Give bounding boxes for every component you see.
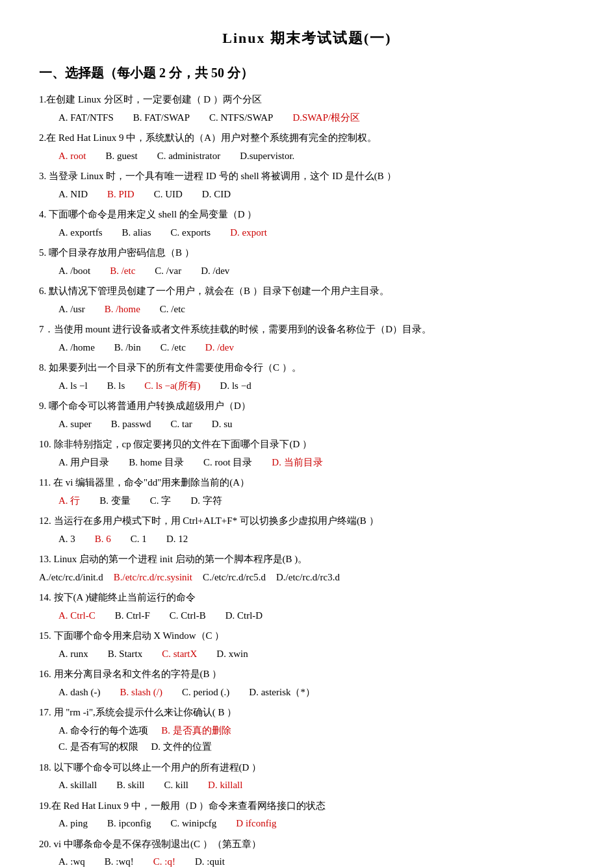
question-text: 2.在 Red Hat Linux 9 中，系统默认的（A）用户对整个系统拥有完…	[39, 130, 575, 147]
question-block: 7．当使用 mount 进行设备或者文件系统挂载的时候，需要用到的设备名称位于（…	[39, 321, 575, 356]
question-text: 9. 哪个命令可以将普通用户转换成超级用户（D）	[39, 398, 575, 415]
question-text: 8. 如果要列出一个目录下的所有文件需要使用命令行（C ）。	[39, 360, 575, 377]
options-row: A. 命令行的每个选项B. 是否真的删除C. 是否有写的权限D. 文件的位置	[58, 723, 575, 756]
option: C. :q!	[153, 854, 175, 868]
option: C. UID	[154, 186, 183, 203]
options-row: A. FAT/NTFSB. FAT/SWAPC. NTFS/SWAPD.SWAP…	[58, 110, 575, 127]
option: B. /etc	[110, 263, 135, 280]
question-text: 18. 以下哪个命令可以终止一个用户的所有进程(D ）	[39, 760, 575, 776]
option: A. skillall	[58, 777, 97, 794]
option: D. /dev	[205, 340, 234, 356]
question-block: 3. 当登录 Linux 时，一个具有唯一进程 ID 号的 shell 将被调用…	[39, 168, 575, 203]
option: D. CID	[202, 186, 231, 203]
question-text: 3. 当登录 Linux 时，一个具有唯一进程 ID 号的 shell 将被调用…	[39, 168, 575, 185]
option: D./etc/rc.d/rc3.d	[276, 569, 340, 586]
question-block: 17. 用 "rm -i",系统会提示什么来让你确认( B ）A. 命令行的每个…	[39, 704, 575, 756]
option: B. guest	[106, 148, 138, 165]
options-row: A. exportfsB. aliasC. exportsD. export	[58, 225, 575, 242]
question-block: 4. 下面哪个命令是用来定义 shell 的全局变量（D ）A. exportf…	[39, 206, 575, 241]
option: D. 当前目录	[272, 454, 322, 471]
option: D. ls −d	[220, 378, 251, 395]
option: A. root	[58, 148, 86, 165]
question-text: 13. Linux 启动的第一个进程 init 启动的第一个脚本程序是(B )。	[39, 551, 575, 568]
option: A./etc/rc.d/init.d	[39, 569, 103, 586]
question-text: 1.在创建 Linux 分区时，一定要创建（ D ）两个分区	[39, 92, 575, 108]
option: B. Startx	[108, 646, 142, 663]
question-text: 20. vi 中哪条命令是不保存强制退出(C ）（第五章）	[39, 836, 575, 853]
options-row: A. pingB. ipconfigC. winipcfgD ifconfig	[58, 815, 575, 832]
option: C. 1	[131, 531, 147, 548]
option: A. 行	[58, 493, 80, 510]
options-row: A. runxB. StartxC. startXD. xwin	[58, 646, 575, 663]
option: C. kill	[164, 777, 189, 794]
option: B. passwd	[111, 416, 151, 433]
question-block: 1.在创建 Linux 分区时，一定要创建（ D ）两个分区A. FAT/NTF…	[39, 92, 575, 126]
option: A. 命令行的每个选项	[58, 723, 148, 739]
option: B. 是否真的删除	[161, 723, 231, 739]
option: A. exportfs	[58, 225, 103, 242]
question-block: 13. Linux 启动的第一个进程 init 启动的第一个脚本程序是(B )。…	[39, 551, 575, 586]
question-block: 19.在 Red Hat Linux 9 中，一般用（D ）命令来查看网络接口的…	[39, 798, 575, 832]
option: B. /bin	[114, 340, 141, 356]
option: B. PID	[107, 186, 134, 203]
option: A. /home	[58, 340, 95, 356]
options-row: A. rootB. guestC. administratorD.supervi…	[58, 148, 575, 165]
question-text: 16. 用来分离目录名和文件名的字符是(B ）	[39, 666, 575, 683]
option: A. NID	[58, 186, 88, 203]
option: B. FAT/SWAP	[133, 110, 190, 127]
question-block: 12. 当运行在多用户模式下时，用 Ctrl+ALT+F* 可以切换多少虚拟用户…	[39, 513, 575, 547]
option: D. :quit	[195, 854, 225, 868]
option: A. ls −l	[58, 378, 88, 395]
option: B. alias	[122, 225, 151, 242]
option: C. 是否有写的权限	[58, 739, 138, 756]
option: A. runx	[58, 646, 88, 663]
option: A. ping	[58, 815, 88, 832]
option: A. 用户目录	[58, 454, 109, 471]
question-block: 9. 哪个命令可以将普通用户转换成超级用户（D）A. superB. passw…	[39, 398, 575, 432]
option: A. dash (-)	[58, 684, 101, 701]
option: D. export	[230, 225, 267, 242]
option: A. Ctrl-C	[58, 608, 96, 625]
section-title: 一、选择题（每小题 2 分，共 50 分）	[39, 62, 575, 84]
option: D. su	[212, 416, 233, 433]
options-row: A. skillallB. skillC. killD. killall	[58, 777, 575, 794]
option: B. home 目录	[129, 454, 184, 471]
option: B. /home	[105, 301, 140, 318]
option: C. /etc	[160, 301, 185, 318]
option: C. startX	[162, 646, 197, 663]
options-row: A. 3B. 6C. 1D. 12	[58, 531, 575, 548]
option: C. 字	[150, 493, 172, 510]
question-text: 10. 除非特别指定，cp 假定要拷贝的文件在下面哪个目录下(D ）	[39, 436, 575, 453]
question-text: 19.在 Red Hat Linux 9 中，一般用（D ）命令来查看网络接口的…	[39, 798, 575, 815]
option: C./etc/rc.d/rc5.d	[203, 569, 266, 586]
options-row: A. superB. passwdC. tarD. su	[58, 416, 575, 433]
question-text: 12. 当运行在多用户模式下时，用 Ctrl+ALT+F* 可以切换多少虚拟用户…	[39, 513, 575, 530]
option: C. root 目录	[203, 454, 252, 471]
question-block: 8. 如果要列出一个目录下的所有文件需要使用命令行（C ）。A. ls −lB.…	[39, 360, 575, 394]
option: D ifconfig	[236, 815, 276, 832]
question-block: 18. 以下哪个命令可以终止一个用户的所有进程(D ）A. skillallB.…	[39, 760, 575, 794]
question-block: 20. vi 中哪条命令是不保存强制退出(C ）（第五章）A. :wqB. :w…	[39, 836, 575, 868]
question-text: 6. 默认情况下管理员创建了一个用户，就会在（B ）目录下创建一个用户主目录。	[39, 283, 575, 300]
option: C. /var	[155, 263, 181, 280]
option: D. 文件的位置	[151, 739, 212, 756]
question-block: 11. 在 vi 编辑器里，命令"dd"用来删除当前的(A）A. 行B. 变量C…	[39, 475, 575, 509]
question-block: 2.在 Red Hat Linux 9 中，系统默认的（A）用户对整个系统拥有完…	[39, 130, 575, 164]
question-text: 7．当使用 mount 进行设备或者文件系统挂载的时候，需要用到的设备名称位于（…	[39, 321, 575, 338]
option: C. tar	[171, 416, 192, 433]
options-row: A. 用户目录B. home 目录C. root 目录D. 当前目录	[58, 454, 575, 471]
option: B. skill	[116, 777, 144, 794]
option: D.supervistor.	[240, 148, 294, 165]
options-row: A. ls −lB. lsC. ls −a(所有)D. ls −d	[58, 378, 575, 395]
option: C. NTFS/SWAP	[209, 110, 273, 127]
option: C. Ctrl-B	[170, 608, 206, 625]
question-text: 17. 用 "rm -i",系统会提示什么来让你确认( B ）	[39, 704, 575, 721]
option: C. period (.)	[182, 684, 229, 701]
option: B. ipconfig	[107, 815, 151, 832]
option: B. slash (/)	[120, 684, 162, 701]
question-block: 5. 哪个目录存放用户密码信息（B ）A. /bootB. /etcC. /va…	[39, 245, 575, 279]
option: D. 12	[166, 531, 188, 548]
options-row: A. Ctrl-CB. Ctrl-FC. Ctrl-BD. Ctrl-D	[58, 608, 575, 625]
options-row: A. /bootB. /etcC. /varD. /dev	[58, 263, 575, 280]
option: B./etc/rc.d/rc.sysinit	[114, 569, 192, 586]
